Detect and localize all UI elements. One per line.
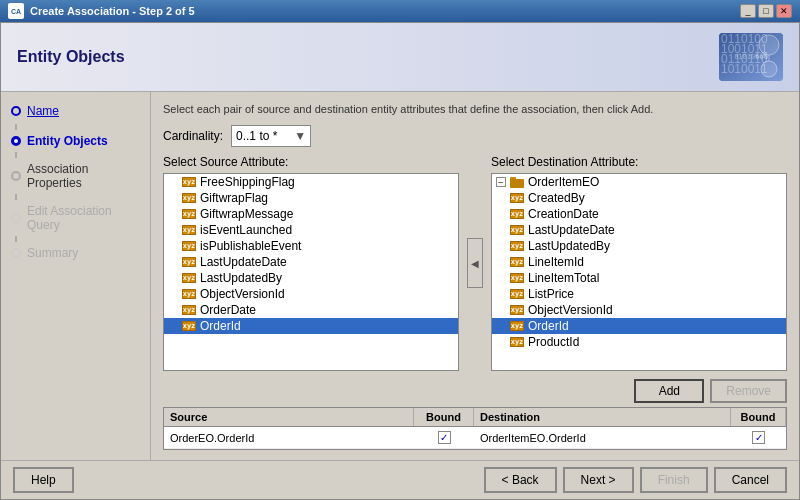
source-item-label: OrderId <box>200 319 241 333</box>
next-button[interactable]: Next > <box>563 467 634 493</box>
cardinality-dropdown-arrow: ▼ <box>294 129 306 143</box>
dest-item-orderid[interactable]: xyz OrderId <box>492 318 786 334</box>
sidebar-item-entity-objects[interactable]: Entity Objects <box>1 132 150 150</box>
back-button[interactable]: < Back <box>484 467 557 493</box>
source-item-iseventlaunched[interactable]: xyz isEventLaunched <box>164 222 458 238</box>
td-source-bound[interactable] <box>414 429 474 446</box>
finish-button[interactable]: Finish <box>640 467 708 493</box>
dest-tree[interactable]: − OrderItemEO xyz CreatedBy <box>491 173 787 371</box>
dest-root-node[interactable]: − OrderItemEO <box>492 174 786 190</box>
content-area: Select each pair of source and destinati… <box>151 92 799 460</box>
dest-item-objectversionid[interactable]: xyz ObjectVersionId <box>492 302 786 318</box>
source-item-ispublishableevent[interactable]: xyz isPublishableEvent <box>164 238 458 254</box>
expand-icon[interactable]: − <box>496 177 506 187</box>
td-dest: OrderItemEO.OrderId <box>474 430 731 446</box>
source-item-lastupdatedby[interactable]: xyz LastUpdatedBy <box>164 270 458 286</box>
attr-icon: xyz <box>510 241 524 251</box>
attr-icon: xyz <box>510 209 524 219</box>
attr-icon: xyz <box>182 305 196 315</box>
dest-item-label: CreatedBy <box>528 191 585 205</box>
attr-icon: xyz <box>182 273 196 283</box>
source-bound-checkbox[interactable] <box>438 431 451 444</box>
dest-item-label: ProductId <box>528 335 579 349</box>
sidebar-item-association-properties[interactable]: Association Properties <box>1 160 150 192</box>
maximize-button[interactable]: □ <box>758 4 774 18</box>
attr-icon: xyz <box>182 321 196 331</box>
table-row[interactable]: OrderEO.OrderId OrderItemEO.OrderId <box>164 427 786 449</box>
mid-scroll-button[interactable]: ◀ <box>467 238 483 288</box>
sidebar-item-summary: Summary <box>1 244 150 262</box>
dest-item-label: LastUpdateDate <box>528 223 615 237</box>
dest-bound-checkbox[interactable] <box>752 431 765 444</box>
close-button[interactable]: ✕ <box>776 4 792 18</box>
cardinality-value: 0..1 to * <box>236 129 277 143</box>
dialog: Entity Objects 0110100 1001011 0110110 1… <box>0 22 800 500</box>
attr-icon: xyz <box>182 257 196 267</box>
dest-item-creationdate[interactable]: xyz CreationDate <box>492 206 786 222</box>
cardinality-select[interactable]: 0..1 to * ▼ <box>231 125 311 147</box>
source-panel: Select Source Attribute: xyz FreeShippin… <box>163 155 459 371</box>
svg-rect-10 <box>510 179 524 188</box>
window-controls: _ □ ✕ <box>740 4 792 18</box>
source-item-freeshippingflag[interactable]: xyz FreeShippingFlag <box>164 174 458 190</box>
source-item-orderid[interactable]: xyz OrderId <box>164 318 458 334</box>
dest-item-label: LastUpdatedBy <box>528 239 610 253</box>
attr-icon: xyz <box>510 257 524 267</box>
source-item-label: GiftwrapFlag <box>200 191 268 205</box>
dest-item-createdby[interactable]: xyz CreatedBy <box>492 190 786 206</box>
source-item-giftwrapflag[interactable]: xyz GiftwrapFlag <box>164 190 458 206</box>
bottom-section: Add Remove Source Bound Destination Boun… <box>163 379 787 450</box>
attr-icon: xyz <box>510 305 524 315</box>
source-item-label: ObjectVersionId <box>200 287 285 301</box>
sidebar: Name Entity Objects Association Properti… <box>1 92 151 460</box>
dest-item-listprice[interactable]: xyz ListPrice <box>492 286 786 302</box>
dest-item-productid[interactable]: xyz ProductId <box>492 334 786 350</box>
title-bar-text: Create Association - Step 2 of 5 <box>30 5 195 17</box>
help-button[interactable]: Help <box>13 467 74 493</box>
attr-icon: xyz <box>182 241 196 251</box>
svg-point-5 <box>759 35 779 55</box>
source-tree[interactable]: xyz FreeShippingFlag xyz GiftwrapFlag xy… <box>163 173 459 371</box>
td-dest-bound[interactable] <box>731 429 786 446</box>
th-dest: Destination <box>474 408 731 426</box>
app-icon: CA <box>8 3 24 19</box>
attr-icon: xyz <box>510 321 524 331</box>
th-bound2: Bound <box>731 408 786 426</box>
th-bound: Bound <box>414 408 474 426</box>
sidebar-label-entity-objects: Entity Objects <box>27 134 108 148</box>
dest-item-label: CreationDate <box>528 207 599 221</box>
source-item-giftwrapmessage[interactable]: xyz GiftwrapMessage <box>164 206 458 222</box>
sidebar-item-name[interactable]: Name <box>1 100 150 122</box>
dest-item-lineitemid[interactable]: xyz LineItemId <box>492 254 786 270</box>
source-item-objectversionid[interactable]: xyz ObjectVersionId <box>164 286 458 302</box>
source-item-orderdate[interactable]: xyz OrderDate <box>164 302 458 318</box>
cancel-button[interactable]: Cancel <box>714 467 787 493</box>
header-icon: 0110100 1001011 0110110 1010011 <box>719 33 783 81</box>
dest-item-label: ObjectVersionId <box>528 303 613 317</box>
sidebar-item-edit-assoc-query: Edit Association Query <box>1 202 150 234</box>
add-remove-row: Add Remove <box>163 379 787 403</box>
remove-button[interactable]: Remove <box>710 379 787 403</box>
dest-item-lineitemtotal[interactable]: xyz LineItemTotal <box>492 270 786 286</box>
source-panel-label: Select Source Attribute: <box>163 155 459 169</box>
sidebar-label-association-properties: Association Properties <box>27 162 140 190</box>
page-title: Entity Objects <box>17 48 125 66</box>
attr-icon: xyz <box>510 337 524 347</box>
source-item-label: GiftwrapMessage <box>200 207 293 221</box>
source-item-lastupdatedate[interactable]: xyz LastUpdateDate <box>164 254 458 270</box>
folder-icon <box>510 176 524 188</box>
cardinality-row: Cardinality: 0..1 to * ▼ <box>163 125 787 147</box>
attr-icon: xyz <box>510 273 524 283</box>
add-button[interactable]: Add <box>634 379 704 403</box>
dest-item-lastupdatedby[interactable]: xyz LastUpdatedBy <box>492 238 786 254</box>
assoc-table: Source Bound Destination Bound OrderEO.O… <box>163 407 787 450</box>
main-content: Name Entity Objects Association Properti… <box>1 92 799 460</box>
dest-item-label: ListPrice <box>528 287 574 301</box>
dest-item-lastupdatedate[interactable]: xyz LastUpdateDate <box>492 222 786 238</box>
footer: Help < Back Next > Finish Cancel <box>1 460 799 499</box>
dest-item-label: LineItemTotal <box>528 271 599 285</box>
sidebar-label-edit-assoc-query: Edit Association Query <box>27 204 140 232</box>
instruction-text: Select each pair of source and destinati… <box>163 102 787 117</box>
minimize-button[interactable]: _ <box>740 4 756 18</box>
dest-item-label: LineItemId <box>528 255 584 269</box>
